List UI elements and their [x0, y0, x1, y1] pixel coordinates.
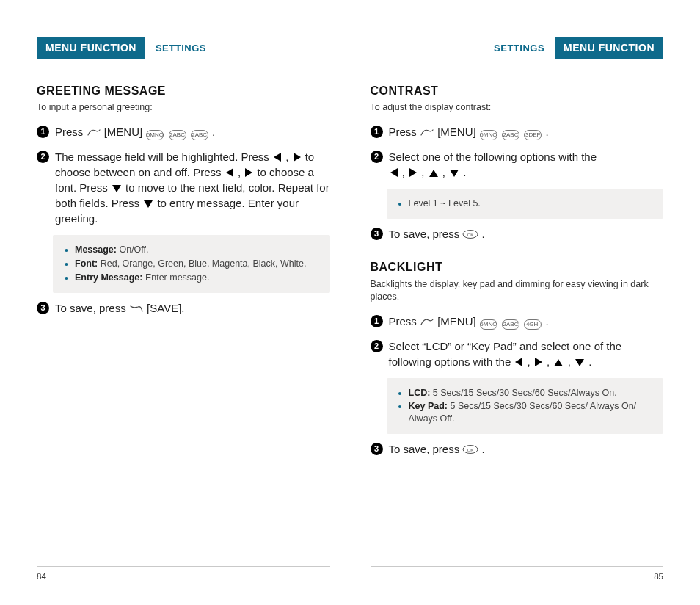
text: To save, press [389, 443, 463, 455]
text: . [212, 126, 215, 138]
keycap-icon: 3DEF [524, 130, 542, 140]
step-1: 1 Press [MENU] 6MNO 2ABC 4GHI . [371, 314, 664, 330]
keycap-icon: 6MNO [480, 319, 497, 330]
step-3: 3 To save, press [SAVE]. [37, 300, 330, 316]
page-number: 85 [371, 566, 664, 583]
step-badge: 2 [371, 340, 383, 352]
step-badge: 1 [37, 126, 49, 138]
arrow-up-icon [429, 170, 438, 177]
section-intro: To adjust the display contrast: [371, 101, 664, 114]
list-item: Key Pad: 5 Secs/15 Secs/30 Secs/60 Secs/… [401, 400, 654, 425]
text: . [482, 443, 485, 455]
page-right: SETTINGS MENU FUNCTION CONTRAST To adjus… [371, 37, 664, 583]
softkey-icon [87, 127, 101, 137]
step-badge: 2 [37, 151, 49, 163]
section-intro: To input a personal greeting: [37, 101, 330, 114]
keycap-icon: 6MNO [480, 130, 497, 140]
bullet-label: Font: [75, 258, 98, 269]
page-spread: MENU FUNCTION SETTINGS GREETING MESSAGE … [37, 37, 663, 583]
arrow-right-icon [535, 358, 542, 366]
svg-text:OK: OK [467, 448, 474, 452]
keycap-icon: 6MNO [146, 130, 164, 140]
page-number: 84 [37, 566, 330, 583]
step-1: 1 Press [MENU] 6MNO 2ABC 3DEF . [371, 124, 664, 140]
bullet-label: LCD: [409, 388, 431, 398]
keycap-icon: 2ABC [502, 130, 519, 140]
list-item: Entry Message: Enter message. [68, 272, 320, 284]
arrow-down-icon [575, 359, 584, 366]
text: Press [389, 315, 420, 327]
step-body: Select one of the following options with… [389, 149, 597, 180]
bullet-text: Enter message. [142, 272, 209, 283]
step-badge: 3 [37, 302, 49, 314]
page-left: MENU FUNCTION SETTINGS GREETING MESSAGE … [37, 37, 330, 583]
section-contrast: CONTRAST To adjust the display contrast:… [371, 83, 664, 242]
step-2: 2 The message field will be highlighted.… [37, 149, 330, 226]
arrow-right-icon [245, 168, 252, 177]
bullet-text: 5 Secs/15 Secs/30 Secs/60 Secs/Always On… [430, 388, 616, 398]
step-body: Press [MENU] 6MNO 2ABC 4GHI . [389, 314, 549, 330]
text: Press [389, 126, 420, 138]
header-left: MENU FUNCTION SETTINGS [37, 37, 330, 59]
bullet-label: Entry Message: [75, 272, 142, 283]
step-badge: 3 [371, 228, 383, 240]
arrow-right-icon [409, 168, 417, 177]
info-box: Level 1 ~ Level 5. [387, 189, 664, 219]
ok-key-icon: OK [462, 229, 478, 239]
arrow-down-icon [144, 200, 153, 208]
step-body: Select “LCD” or “Key Pad” and select one… [389, 338, 664, 369]
header-tab-menu-function: MENU FUNCTION [37, 37, 145, 59]
header-sub-settings: SETTINGS [484, 42, 555, 55]
text: To save, press [55, 302, 129, 314]
arrow-left-icon [274, 153, 281, 162]
text: [SAVE]. [147, 302, 184, 314]
header-rule [216, 48, 330, 48]
keycap-icon: 2ABC [502, 319, 519, 330]
step-body: Press [MENU] 6MNO 2ABC 3DEF . [389, 124, 549, 140]
arrow-left-icon [226, 168, 233, 177]
info-box: LCD: 5 Secs/15 Secs/30 Secs/60 Secs/Alwa… [387, 378, 664, 435]
bullet-text: Level 1 ~ Level 5. [409, 198, 481, 209]
info-box: Message: On/Off. Font: Red, Orange, Gree… [53, 235, 330, 293]
ok-key-icon: OK [462, 444, 478, 454]
text: Select one of the following options with… [389, 151, 597, 163]
text: . [482, 228, 485, 240]
list-item: LCD: 5 Secs/15 Secs/30 Secs/60 Secs/Alwa… [401, 387, 654, 399]
step-badge: 3 [371, 443, 383, 455]
arrow-left-icon [390, 168, 398, 177]
step-1: 1 Press [MENU] 6MNO 2ABC 2ABC . [37, 124, 330, 140]
section-title: CONTRAST [371, 83, 664, 99]
section-backlight: BACKLIGHT Backlights the display, key pa… [371, 259, 664, 457]
header-rule [371, 48, 484, 48]
step-3: 3 To save, press OK . [371, 441, 664, 457]
header-right: SETTINGS MENU FUNCTION [371, 37, 664, 59]
softkey-icon [129, 303, 144, 314]
step-3: 3 To save, press OK . [371, 226, 664, 242]
text: [MENU] [437, 126, 479, 138]
step-body: Press [MENU] 6MNO 2ABC 2ABC . [55, 124, 215, 140]
header-sub-settings: SETTINGS [145, 42, 216, 55]
arrow-left-icon [515, 358, 522, 366]
step-2: 2 Select “LCD” or “Key Pad” and select o… [371, 338, 664, 369]
text: Press [55, 126, 87, 138]
softkey-icon [420, 127, 434, 137]
list-item: Message: On/Off. [68, 244, 320, 256]
step-body: The message field will be highlighted. P… [55, 149, 330, 226]
text: Select “LCD” or “Key Pad” and select one… [389, 340, 622, 368]
step-badge: 1 [371, 315, 383, 327]
arrow-down-icon [450, 170, 459, 177]
text: [MENU] [437, 315, 479, 327]
arrow-down-icon [112, 185, 121, 192]
text: . [545, 315, 548, 327]
softkey-icon [420, 316, 434, 327]
keycap-icon: 4GHI [524, 319, 542, 330]
keycap-icon: 2ABC [169, 130, 186, 140]
text: To save, press [389, 228, 463, 240]
bullet-text: Red, Orange, Green, Blue, Magenta, Black… [98, 258, 306, 269]
arrow-right-icon [294, 153, 301, 162]
section-title: GREETING MESSAGE [37, 83, 330, 99]
list-item: Level 1 ~ Level 5. [401, 198, 654, 210]
step-badge: 1 [371, 126, 383, 138]
list-item: Font: Red, Orange, Green, Blue, Magenta,… [68, 258, 320, 270]
svg-text:OK: OK [467, 233, 474, 237]
